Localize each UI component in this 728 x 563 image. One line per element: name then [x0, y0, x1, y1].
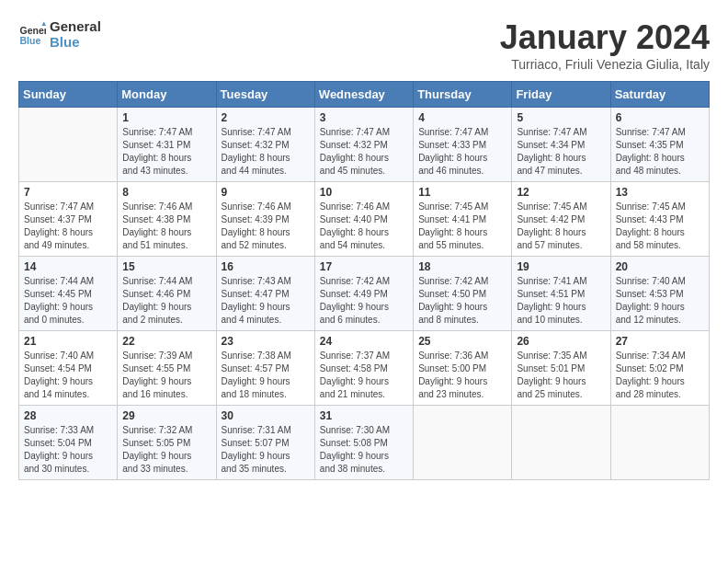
header-row: SundayMondayTuesdayWednesdayThursdayFrid…: [19, 82, 710, 108]
calendar-table: SundayMondayTuesdayWednesdayThursdayFrid…: [18, 81, 710, 480]
cell-content: Sunrise: 7:46 AM Sunset: 4:40 PM Dayligh…: [320, 201, 408, 252]
cell-content: Sunrise: 7:39 AM Sunset: 4:55 PM Dayligh…: [122, 350, 210, 401]
cell-content: Sunrise: 7:32 AM Sunset: 5:05 PM Dayligh…: [122, 424, 210, 476]
cell-content: Sunrise: 7:46 AM Sunset: 4:39 PM Dayligh…: [222, 201, 310, 252]
header-cell-thursday: Thursday: [414, 82, 512, 108]
cell-content: Sunrise: 7:42 AM Sunset: 4:49 PM Dayligh…: [320, 275, 408, 327]
calendar-cell: 8Sunrise: 7:46 AM Sunset: 4:38 PM Daylig…: [118, 182, 216, 257]
day-number: 10: [320, 186, 408, 199]
calendar-cell: 6Sunrise: 7:47 AM Sunset: 4:35 PM Daylig…: [610, 108, 709, 182]
calendar-cell: 27Sunrise: 7:34 AM Sunset: 5:02 PM Dayli…: [610, 331, 709, 406]
calendar-cell: 14Sunrise: 7:44 AM Sunset: 4:45 PM Dayli…: [19, 257, 118, 331]
cell-content: Sunrise: 7:34 AM Sunset: 5:02 PM Dayligh…: [616, 350, 704, 401]
logo: General Blue General Blue: [18, 18, 101, 50]
calendar-cell: 31Sunrise: 7:30 AM Sunset: 5:08 PM Dayli…: [314, 406, 413, 480]
calendar-cell: 21Sunrise: 7:40 AM Sunset: 4:54 PM Dayli…: [19, 331, 118, 406]
day-number: 19: [517, 260, 605, 273]
calendar-cell: 2Sunrise: 7:47 AM Sunset: 4:32 PM Daylig…: [216, 108, 314, 182]
calendar-cell: 9Sunrise: 7:46 AM Sunset: 4:39 PM Daylig…: [216, 182, 314, 257]
cell-content: Sunrise: 7:47 AM Sunset: 4:31 PM Dayligh…: [122, 126, 210, 178]
cell-content: Sunrise: 7:33 AM Sunset: 5:04 PM Dayligh…: [24, 424, 112, 476]
calendar-cell: 24Sunrise: 7:37 AM Sunset: 4:58 PM Dayli…: [314, 331, 413, 406]
day-number: 20: [616, 260, 704, 273]
svg-text:Blue: Blue: [20, 35, 41, 46]
calendar-week-4: 21Sunrise: 7:40 AM Sunset: 4:54 PM Dayli…: [19, 331, 710, 406]
cell-content: Sunrise: 7:47 AM Sunset: 4:32 PM Dayligh…: [222, 126, 310, 178]
day-number: 6: [616, 111, 704, 124]
title-area: January 2024 Turriaco, Friuli Venezia Gi…: [500, 18, 710, 72]
cell-content: Sunrise: 7:40 AM Sunset: 4:53 PM Dayligh…: [616, 275, 704, 327]
calendar-cell: 20Sunrise: 7:40 AM Sunset: 4:53 PM Dayli…: [610, 257, 709, 331]
calendar-cell: 4Sunrise: 7:47 AM Sunset: 4:33 PM Daylig…: [414, 108, 512, 182]
day-number: 12: [517, 186, 605, 199]
day-number: 21: [24, 335, 112, 348]
calendar-cell: 1Sunrise: 7:47 AM Sunset: 4:31 PM Daylig…: [118, 108, 216, 182]
cell-content: Sunrise: 7:47 AM Sunset: 4:32 PM Dayligh…: [320, 126, 408, 178]
calendar-cell: 15Sunrise: 7:44 AM Sunset: 4:46 PM Dayli…: [118, 257, 216, 331]
day-number: 11: [418, 186, 506, 199]
calendar-title: January 2024: [500, 18, 710, 57]
cell-content: Sunrise: 7:44 AM Sunset: 4:45 PM Dayligh…: [24, 275, 112, 327]
header-cell-monday: Monday: [118, 82, 216, 108]
cell-content: Sunrise: 7:45 AM Sunset: 4:41 PM Dayligh…: [418, 201, 506, 252]
calendar-cell: 7Sunrise: 7:47 AM Sunset: 4:37 PM Daylig…: [19, 182, 118, 257]
header-cell-sunday: Sunday: [19, 82, 118, 108]
day-number: 3: [320, 111, 408, 124]
calendar-cell: 3Sunrise: 7:47 AM Sunset: 4:32 PM Daylig…: [314, 108, 413, 182]
header-cell-wednesday: Wednesday: [314, 82, 413, 108]
cell-content: Sunrise: 7:40 AM Sunset: 4:54 PM Dayligh…: [24, 350, 112, 401]
cell-content: Sunrise: 7:46 AM Sunset: 4:38 PM Dayligh…: [122, 201, 210, 252]
calendar-cell: 18Sunrise: 7:42 AM Sunset: 4:50 PM Dayli…: [414, 257, 512, 331]
logo-general: General: [50, 18, 101, 34]
cell-content: Sunrise: 7:47 AM Sunset: 4:34 PM Dayligh…: [517, 126, 605, 178]
calendar-week-5: 28Sunrise: 7:33 AM Sunset: 5:04 PM Dayli…: [19, 406, 710, 480]
logo-blue: Blue: [50, 34, 101, 50]
calendar-cell: 23Sunrise: 7:38 AM Sunset: 4:57 PM Dayli…: [216, 331, 314, 406]
header-cell-tuesday: Tuesday: [216, 82, 314, 108]
cell-content: Sunrise: 7:47 AM Sunset: 4:33 PM Dayligh…: [418, 126, 506, 178]
day-number: 23: [222, 335, 310, 348]
day-number: 2: [222, 111, 310, 124]
calendar-cell: 28Sunrise: 7:33 AM Sunset: 5:04 PM Dayli…: [19, 406, 118, 480]
calendar-cell: 10Sunrise: 7:46 AM Sunset: 4:40 PM Dayli…: [314, 182, 413, 257]
svg-marker-2: [42, 22, 47, 27]
day-number: 27: [616, 335, 704, 348]
cell-content: Sunrise: 7:36 AM Sunset: 5:00 PM Dayligh…: [418, 350, 506, 401]
calendar-cell: 26Sunrise: 7:35 AM Sunset: 5:01 PM Dayli…: [512, 331, 610, 406]
calendar-cell: [610, 406, 709, 480]
day-number: 25: [418, 335, 506, 348]
calendar-subtitle: Turriaco, Friuli Venezia Giulia, Italy: [500, 57, 710, 72]
calendar-cell: 12Sunrise: 7:45 AM Sunset: 4:42 PM Dayli…: [512, 182, 610, 257]
day-number: 30: [222, 409, 310, 422]
calendar-cell: [414, 406, 512, 480]
cell-content: Sunrise: 7:45 AM Sunset: 4:43 PM Dayligh…: [616, 201, 704, 252]
calendar-week-3: 14Sunrise: 7:44 AM Sunset: 4:45 PM Dayli…: [19, 257, 710, 331]
day-number: 8: [122, 186, 210, 199]
cell-content: Sunrise: 7:31 AM Sunset: 5:07 PM Dayligh…: [222, 424, 310, 476]
cell-content: Sunrise: 7:38 AM Sunset: 4:57 PM Dayligh…: [222, 350, 310, 401]
day-number: 14: [24, 260, 112, 273]
cell-content: Sunrise: 7:41 AM Sunset: 4:51 PM Dayligh…: [517, 275, 605, 327]
calendar-cell: 22Sunrise: 7:39 AM Sunset: 4:55 PM Dayli…: [118, 331, 216, 406]
calendar-cell: 11Sunrise: 7:45 AM Sunset: 4:41 PM Dayli…: [414, 182, 512, 257]
day-number: 16: [222, 260, 310, 273]
calendar-cell: [19, 108, 118, 182]
day-number: 24: [320, 335, 408, 348]
cell-content: Sunrise: 7:44 AM Sunset: 4:46 PM Dayligh…: [122, 275, 210, 327]
calendar-header: SundayMondayTuesdayWednesdayThursdayFrid…: [19, 82, 710, 108]
day-number: 22: [122, 335, 210, 348]
calendar-cell: 19Sunrise: 7:41 AM Sunset: 4:51 PM Dayli…: [512, 257, 610, 331]
day-number: 17: [320, 260, 408, 273]
cell-content: Sunrise: 7:42 AM Sunset: 4:50 PM Dayligh…: [418, 275, 506, 327]
day-number: 15: [122, 260, 210, 273]
calendar-cell: 17Sunrise: 7:42 AM Sunset: 4:49 PM Dayli…: [314, 257, 413, 331]
day-number: 1: [122, 111, 210, 124]
day-number: 29: [122, 409, 210, 422]
calendar-body: 1Sunrise: 7:47 AM Sunset: 4:31 PM Daylig…: [19, 108, 710, 480]
calendar-cell: 25Sunrise: 7:36 AM Sunset: 5:00 PM Dayli…: [414, 331, 512, 406]
cell-content: Sunrise: 7:37 AM Sunset: 4:58 PM Dayligh…: [320, 350, 408, 401]
cell-content: Sunrise: 7:47 AM Sunset: 4:37 PM Dayligh…: [24, 201, 112, 252]
header-cell-saturday: Saturday: [610, 82, 709, 108]
day-number: 31: [320, 409, 408, 422]
cell-content: Sunrise: 7:43 AM Sunset: 4:47 PM Dayligh…: [222, 275, 310, 327]
